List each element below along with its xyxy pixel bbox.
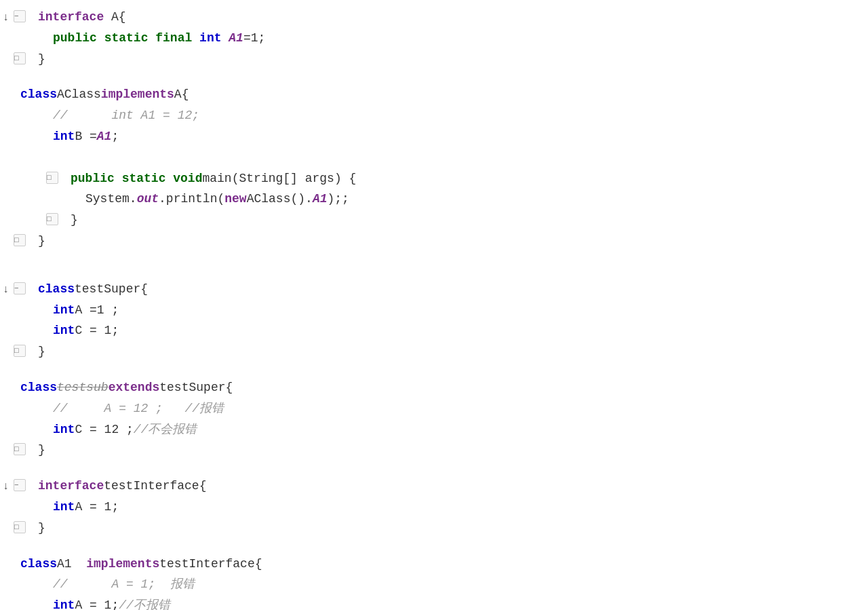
code-text: System. [85,189,137,209]
var-A1: A1 [229,28,243,48]
line-testsub-open: class testsub extends testSuper{ [20,377,868,398]
line-C-decl: int C = 1; [20,320,868,341]
spacer-4 [20,365,868,377]
code-text: AClass(). [247,189,313,209]
kw-void: void [173,169,202,189]
code-text: );; [327,189,349,209]
spacer-3 [20,267,868,279]
fold-testinterface-close[interactable]: □ [14,521,26,533]
line-A-interface-decl: int A = 1; [20,497,868,518]
code-text: A =1 ; [75,301,119,320]
kw-static-2: static [122,169,166,189]
block-class-AClass: class AClass implements A{ // int A1 = 1… [20,84,868,251]
line-A1-open: class A1 implements testInterface{ [20,554,868,575]
code-text: A1 [57,554,86,574]
code-text: .println( [159,189,224,209]
line-testInterface-open: ↓ − interface testInterface{ [20,476,868,497]
kw-implements-2: implements [86,554,159,574]
spacer-6 [20,541,868,554]
code-text: A{ [104,7,125,27]
closing-brace: } [71,210,78,230]
kw-class-1: class [20,85,57,104]
line-A-A1-decl: int A = 1; //不报错 [20,595,868,610]
kw-class-3: class [20,378,57,398]
block-testSuper: ↓ − class testSuper{ int A =1 ; int C = … [20,279,868,362]
kw-int-6: int [53,497,75,517]
kw-static: static [104,28,149,48]
code-text: testInterface{ [159,554,262,574]
line-testSuper-open: ↓ − class testSuper{ [20,279,868,300]
fold-testsuper-close[interactable]: □ [14,345,26,357]
comment-1: // int A1 = 12; [53,106,199,126]
spacer-1 [20,72,868,84]
fold-icon[interactable]: − [14,10,26,22]
kw-public-2: public [71,169,115,189]
kw-interface: interface [38,7,104,27]
fold-testsuper-icon[interactable]: − [14,282,26,294]
kw-class-4: class [20,554,57,574]
var-A1-ref: A1 [97,127,112,147]
code-text: testSuper{ [75,280,148,299]
kw-int-2: int [53,127,75,147]
block-testsub: class testsub extends testSuper{ // A = … [20,377,868,461]
line-testsub-close: □ } [20,440,868,461]
class-testsub-name: testsub [57,378,108,398]
block-interface-A: ↓ − interface A{ public static final int… [20,7,868,69]
line-interface-A-close: □ } [20,49,868,70]
kw-public: public [53,28,97,48]
arrow-icon-2: ↓ [3,282,9,299]
line-AClass-close: □ } [20,231,868,252]
code-text: testSuper{ [159,378,233,398]
arrow-icon: ↓ [3,9,9,27]
kw-implements-1: implements [101,85,174,104]
comment-5: //不报错 [119,596,170,610]
fold-aclass-close[interactable]: □ [14,234,26,246]
kw-final: final [155,28,192,48]
closing-brace: } [38,518,45,538]
line-A1-decl: public static final int A1 =1; [20,28,868,49]
comment-2: // A = 12 ; //报错 [53,399,224,419]
code-text: C = 12 ; [75,420,133,440]
code-text: ; [111,127,119,147]
kw-class-2: class [38,280,75,299]
fold-testinterface-icon[interactable]: − [14,479,26,491]
code-text: main(String[] args) { [202,169,356,189]
line-interface-A-open: ↓ − interface A{ [20,7,868,28]
var-A1-2: A1 [313,189,328,209]
line-A-decl: int A =1 ; [20,300,868,321]
kw-int-1: int [199,28,221,48]
line-println: System. out .println( new AClass(). A1 )… [20,189,868,210]
fold-close-icon[interactable]: □ [14,52,26,64]
closing-brace: } [38,342,45,362]
line-testInterface-close: □ } [20,518,868,539]
closing-brace: } [38,231,45,251]
code-text: C = 1; [75,321,119,341]
kw-int-5: int [53,420,75,440]
code-text: =1; [243,28,265,48]
code-text: A = 1; [75,596,119,610]
kw-int-3: int [53,301,75,320]
code-text: AClass [57,85,101,104]
fold-main-close[interactable]: □ [46,213,58,225]
kw-extends: extends [108,378,160,398]
block-class-A1: class A1 implements testInterface{ // A … [20,554,868,610]
closing-brace: } [38,50,45,69]
line-comment-A12: // A = 12 ; //报错 [20,398,868,419]
block-testInterface: ↓ − interface testInterface{ int A = 1; … [20,476,868,538]
fold-testsub-close[interactable]: □ [14,443,26,455]
line-testSuper-close: □ } [20,341,868,362]
line-main-close: □ } [20,210,868,231]
comment-3: //不会报错 [134,420,197,440]
kw-new: new [224,189,246,209]
line-main-open: □ public static void main(String[] args)… [20,168,868,189]
line-C12-decl: int C = 12 ; //不会报错 [20,419,868,440]
kw-int-4: int [53,321,75,341]
arrow-icon-3: ↓ [3,478,9,496]
kw-interface-2: interface [38,476,104,496]
comment-4: // A = 1; 报错 [53,575,195,594]
fold-main-icon[interactable]: □ [46,172,58,184]
code-text: A{ [174,85,189,104]
code-editor: ↓ − interface A{ public static final int… [0,0,868,610]
line-comment-A1: // int A1 = 12; [20,105,868,126]
blank-line-1 [20,147,868,168]
